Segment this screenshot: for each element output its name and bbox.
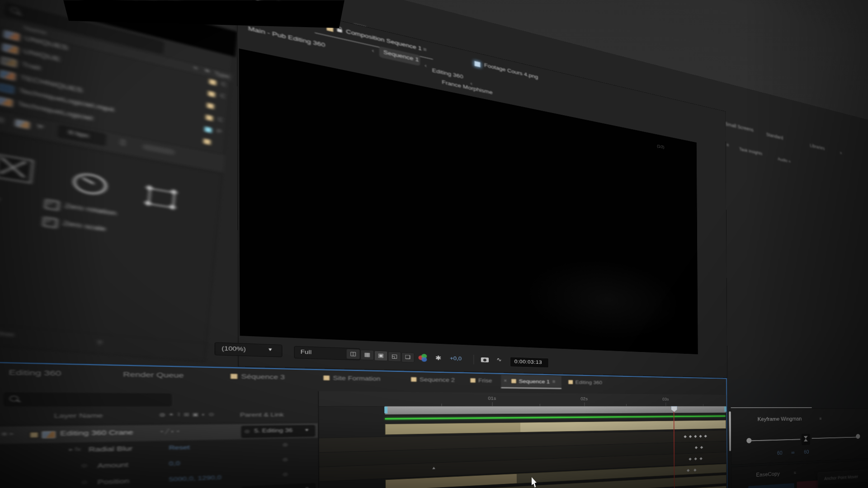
folder-icon[interactable]: ▨ bbox=[0, 114, 5, 124]
ease-out-value[interactable]: 60 bbox=[804, 449, 809, 455]
close-tab-icon[interactable] bbox=[317, 22, 321, 29]
timecode-box[interactable]: 0:00:03:13 bbox=[510, 357, 549, 368]
property-name: Position bbox=[97, 478, 129, 486]
active-tab-label: Sequence 1 bbox=[519, 378, 550, 385]
item-type-letter: C bbox=[221, 81, 226, 88]
ruler-label-02s: 02s bbox=[580, 396, 588, 401]
tab-menu-icon[interactable] bbox=[552, 379, 556, 385]
property-value[interactable]: 0,0 bbox=[169, 460, 180, 467]
composition-viewer-panel: Layer (none) Composition Sequence 1 Sequ… bbox=[237, 0, 727, 378]
sort-caret-icon[interactable] bbox=[194, 65, 198, 71]
magnification-dropdown[interactable]: (100%) bbox=[215, 342, 283, 357]
layer-name-column-header[interactable]: Layer Name bbox=[54, 412, 103, 419]
panel-menu-icon[interactable] bbox=[794, 470, 797, 475]
composition-view-area[interactable]: (1/2) bbox=[239, 48, 698, 354]
link-infinity-icon[interactable]: ∞ bbox=[791, 450, 794, 455]
scale-reset-icon[interactable] bbox=[148, 188, 175, 208]
timeline-tab-editing360-right[interactable]: Editing 360 bbox=[576, 380, 602, 385]
copy-ease-button[interactable] bbox=[748, 483, 794, 488]
close-tab-icon[interactable] bbox=[504, 378, 507, 384]
label-chip[interactable] bbox=[203, 138, 212, 145]
footage-chip-icon[interactable] bbox=[15, 119, 30, 129]
timeline-tab-frise[interactable]: Frise bbox=[478, 378, 492, 384]
slider-knob-left[interactable] bbox=[746, 438, 751, 443]
timeline-tab-render-queue[interactable]: Render Queue bbox=[123, 371, 184, 379]
parent-link-column-header[interactable]: Parent & Link bbox=[240, 412, 284, 418]
effect-name: Radial Blur bbox=[89, 445, 132, 453]
show-snapshot-icon[interactable]: ∿ bbox=[496, 357, 502, 363]
grid-guides-button[interactable]: ◫ bbox=[346, 349, 360, 360]
time-ruler[interactable]: 01s 02s 03s bbox=[319, 391, 726, 407]
layer-viewer-tab[interactable]: Layer (none) bbox=[248, 9, 292, 26]
effect-reset-link[interactable]: Reset bbox=[169, 444, 189, 451]
timeline-search-input[interactable] bbox=[4, 393, 171, 406]
footer-pill bbox=[142, 144, 175, 155]
bit-depth-button[interactable]: 8 bpc bbox=[58, 125, 106, 146]
timeline-tab-editing360-left[interactable]: Editing 360 bbox=[9, 369, 61, 377]
easing-slider-track-right[interactable] bbox=[811, 436, 858, 439]
transparency-grid-button[interactable]: ◱ bbox=[388, 352, 401, 362]
snapshot-camera-icon[interactable] bbox=[481, 357, 489, 362]
search-icon bbox=[9, 396, 18, 402]
timeline-tab-sequence3[interactable]: Séquence 3 bbox=[241, 373, 285, 381]
parent-dropdown[interactable]: ◎ 5. Editing 36 bbox=[241, 425, 315, 438]
slider-center-button[interactable] bbox=[802, 434, 810, 445]
timeline-tab-sequence2[interactable]: Sequence 2 bbox=[420, 376, 455, 383]
project-item[interactable]: UNIQUE bbox=[23, 47, 61, 63]
visibility-label: visibility bbox=[0, 190, 0, 202]
preview-options-button[interactable]: ❏ bbox=[401, 352, 414, 363]
crumb-separator-icon[interactable] bbox=[372, 47, 374, 54]
work-area-start-handle[interactable] bbox=[384, 407, 387, 413]
main-comp-tab[interactable]: Main - Pub Editing 360 bbox=[248, 25, 326, 48]
zero-rotation-label: Zero rotation bbox=[64, 202, 117, 217]
switches-column-icons: ◍ ✦ ⌇ ⊞ ▣ ◐ ⊙ bbox=[159, 412, 215, 417]
after-effects-window: Y Y Snapping ⚑ » Default Review Learn Sm… bbox=[0, 0, 868, 488]
marker-icon[interactable]: ▲ bbox=[431, 465, 436, 470]
column-type-header[interactable]: Type bbox=[214, 70, 230, 80]
panel-menu-icon[interactable] bbox=[819, 416, 821, 421]
timeline-tab-sequence1-active[interactable]: Sequence 1 bbox=[501, 375, 561, 389]
easing-slider-track-left[interactable] bbox=[749, 439, 801, 441]
workspace-overflow-chevron[interactable]: » bbox=[840, 150, 842, 155]
panel-top-highlight bbox=[731, 407, 812, 408]
exposure-value[interactable]: +0,0 bbox=[450, 356, 462, 361]
rotation-reset-icon[interactable] bbox=[72, 171, 108, 197]
label-chip[interactable] bbox=[205, 114, 214, 122]
label-chip[interactable] bbox=[207, 90, 216, 98]
zero-scale-checkbox[interactable]: ✓ bbox=[42, 216, 58, 228]
layer-thumb bbox=[42, 431, 56, 438]
tab-menu-icon[interactable] bbox=[423, 46, 427, 52]
layer-color-chip[interactable] bbox=[29, 432, 39, 438]
project-item[interactable]: Trait bbox=[21, 61, 41, 72]
label-tag-icon[interactable]: ⚑ bbox=[204, 68, 210, 74]
anchor-point-mover-window[interactable]: Anchor Point Mover bbox=[818, 469, 868, 488]
mask-visibility-button[interactable]: ▦ bbox=[360, 350, 374, 361]
roi-button[interactable]: ▣ bbox=[374, 351, 388, 361]
resolution-gear-icon[interactable]: ✱ bbox=[435, 354, 442, 362]
work-area-end-handle[interactable] bbox=[724, 407, 726, 412]
keyframe-wingman-title: Keyframe Wingman bbox=[758, 416, 802, 422]
search-icon bbox=[10, 7, 20, 14]
anchor-grid-icon[interactable] bbox=[0, 154, 33, 183]
layer-name: Editing 360 Crane bbox=[60, 429, 133, 437]
send-icon[interactable]: ➤ bbox=[34, 122, 47, 130]
trash-icon[interactable]: ▯ bbox=[120, 137, 126, 146]
timeline-tab-site-formation[interactable]: Site Formation bbox=[333, 375, 380, 382]
anchor-point-mover-title: Anchor Point Mover bbox=[824, 474, 858, 481]
help-button[interactable]: ? bbox=[97, 339, 102, 347]
panel-footer-divider bbox=[0, 322, 208, 343]
properties-menu-icon[interactable] bbox=[726, 142, 729, 147]
property-value[interactable]: 5000,0, 1290,0 bbox=[169, 474, 222, 483]
footage-chip-glow bbox=[474, 61, 481, 68]
ease-in-value[interactable]: 60 bbox=[777, 450, 783, 456]
slider-knob-right[interactable] bbox=[856, 434, 860, 439]
viewer-crumb-editing360[interactable]: Editing 360 bbox=[432, 67, 463, 80]
label-chip[interactable] bbox=[206, 102, 215, 110]
channel-rgb-icon[interactable] bbox=[419, 354, 429, 362]
crumb-separator-icon[interactable] bbox=[425, 62, 427, 69]
column-name-header[interactable]: Name bbox=[24, 24, 47, 36]
zero-rotation-checkbox[interactable]: ✓ bbox=[44, 199, 60, 211]
parent-dropdown[interactable]: None bbox=[241, 483, 315, 488]
label-chip[interactable] bbox=[208, 78, 217, 86]
label-chip[interactable] bbox=[204, 126, 213, 134]
